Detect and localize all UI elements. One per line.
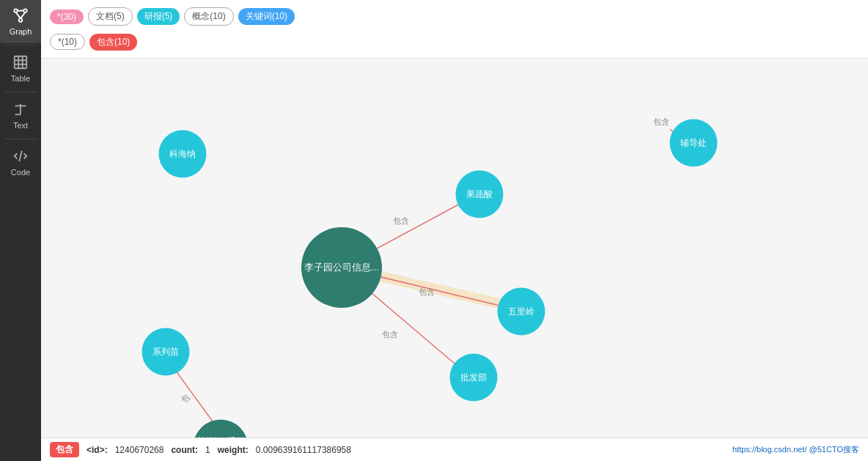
statusbar: 包含 <id>: 1240670268 count: 1 weight: 0.0… xyxy=(41,438,868,461)
edge-label-ply-xlm: 包 xyxy=(180,392,191,404)
text-icon xyxy=(12,101,29,119)
sidebar-item-code-label: Code xyxy=(11,168,30,177)
node-lzy[interactable]: 李子园公司信息... xyxy=(301,227,382,308)
tag-doc-5[interactable]: 文档(5) xyxy=(88,7,133,26)
tag-research-5[interactable]: 研报(5) xyxy=(137,8,180,25)
sidebar-item-graph[interactable]: Graph xyxy=(0,0,41,43)
node-wly[interactable]: 五里岭 xyxy=(498,288,545,336)
graph-icon xyxy=(12,7,29,25)
code-icon xyxy=(12,148,29,166)
sidebar-item-table[interactable]: Table xyxy=(0,47,41,90)
status-count-label: count: xyxy=(171,445,198,455)
svg-point-1 xyxy=(23,9,27,12)
svg-line-4 xyxy=(21,12,25,18)
tag-all-10[interactable]: *(10) xyxy=(50,34,85,50)
toolbar: *(30) 文档(5) 研报(5) 概念(10) 关键词(10) *(10) 包… xyxy=(41,0,868,59)
toolbar-row-1: *(30) 文档(5) 研报(5) 概念(10) 关键词(10) xyxy=(50,7,859,26)
node-gsc[interactable]: 果蔬酸 xyxy=(456,171,504,218)
svg-line-3 xyxy=(16,12,21,18)
node-xlm[interactable]: 系列苗 xyxy=(142,328,190,376)
tag-concept-10[interactable]: 概念(10) xyxy=(184,7,233,26)
svg-point-0 xyxy=(14,9,18,12)
toolbar-row-2: *(10) 包含(10) xyxy=(50,34,859,51)
node-khn[interactable]: 科海纳 xyxy=(159,130,207,178)
edge-label-lzy-pfd: 包含 xyxy=(382,330,398,339)
status-relation-tag[interactable]: 包含 xyxy=(50,442,79,457)
node-ply[interactable]: 普莱柯; 受益生... xyxy=(194,420,249,438)
node-pfd[interactable]: 批发部 xyxy=(450,354,498,402)
main-panel: *(30) 文档(5) 研报(5) 概念(10) 关键词(10) *(10) 包… xyxy=(41,0,868,461)
svg-line-14 xyxy=(19,151,22,162)
svg-rect-6 xyxy=(15,56,27,69)
status-id-label: <id>: xyxy=(87,445,108,455)
status-weight-value: 0.009639161117386958 xyxy=(256,445,351,455)
table-icon xyxy=(12,54,29,72)
sidebar-item-text-label: Text xyxy=(13,121,28,130)
graph-canvas[interactable]: 包含 包含 包含 包 包含 科海纳 李子园公司信息... 果蔬酸 五里岭 批发部… xyxy=(41,59,868,438)
svg-point-2 xyxy=(19,18,23,22)
sidebar-item-code[interactable]: Code xyxy=(0,141,41,184)
edge-label-lzy-wly: 包含 xyxy=(419,287,435,296)
edge-label-lzy-gsc: 包含 xyxy=(393,216,409,225)
sidebar-item-graph-label: Graph xyxy=(10,27,32,36)
edge-label-float-fdc: 包含 xyxy=(653,117,669,126)
node-fdc[interactable]: 辅导处 xyxy=(670,119,718,167)
status-weight-label: weight: xyxy=(218,445,249,455)
tag-contain-10[interactable]: 包含(10) xyxy=(89,34,137,51)
tag-all-30[interactable]: *(30) xyxy=(50,10,84,24)
status-count-value: 1 xyxy=(205,445,210,455)
status-id-value: 1240670268 xyxy=(115,445,164,455)
status-url: https://blog.csdn.net/ @51CTO搜客 xyxy=(732,444,859,455)
sidebar-item-table-label: Table xyxy=(11,74,30,83)
sidebar: Graph Table Text xyxy=(0,0,41,461)
tag-keyword-10[interactable]: 关键词(10) xyxy=(238,8,295,25)
sidebar-item-text[interactable]: Text xyxy=(0,94,41,137)
